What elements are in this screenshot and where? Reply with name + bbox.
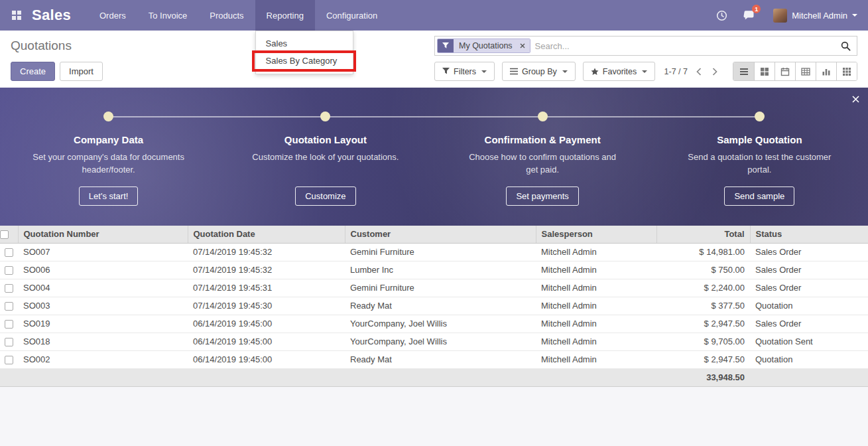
send-sample-button[interactable]: Send sample <box>724 186 794 206</box>
apps-menu-button[interactable] <box>5 0 28 31</box>
cell-total: $ 377.50 <box>656 297 750 315</box>
cell-quotation-number: SO003 <box>18 297 188 315</box>
filters-dropdown-button[interactable]: Filters <box>434 62 495 81</box>
kanban-icon <box>760 67 769 76</box>
facet-remove-button[interactable] <box>518 39 530 52</box>
row-checkbox[interactable] <box>5 266 13 275</box>
column-header-customer[interactable]: Customer <box>345 226 536 243</box>
search-facet: My Quotations <box>437 38 530 53</box>
create-button[interactable]: Create <box>11 62 55 81</box>
step-description: Set your company's data for documents he… <box>31 151 186 177</box>
table-row[interactable]: SO019 06/14/2019 19:45:00 YourCompany, J… <box>0 315 868 333</box>
user-menu-button[interactable]: Mitchell Admin <box>773 9 857 23</box>
activities-button[interactable] <box>716 10 727 21</box>
cell-quotation-date: 07/14/2019 19:45:32 <box>188 261 345 279</box>
lets-start-button[interactable]: Let's start! <box>79 186 139 206</box>
menu-products[interactable]: Products <box>198 0 255 31</box>
list-view-button[interactable] <box>733 62 754 80</box>
banner-close-button[interactable] <box>852 94 859 106</box>
cell-status: Quotation <box>750 297 868 315</box>
import-button[interactable]: Import <box>60 62 103 81</box>
kanban-view-button[interactable] <box>754 62 775 80</box>
onboarding-step-confirmation-payment: Confirmation & Payment Choose how to con… <box>434 112 651 206</box>
cell-customer: Ready Mat <box>345 297 536 315</box>
cell-customer: Gemini Furniture <box>345 243 536 261</box>
step-description: Customize the look of your quotations. <box>252 151 399 177</box>
close-icon <box>520 43 525 48</box>
cell-status: Quotation <box>750 350 868 368</box>
grid-icon <box>842 67 851 76</box>
table-row[interactable]: SO002 06/14/2019 19:45:00 Ready Mat Mitc… <box>0 350 868 368</box>
row-checkbox[interactable] <box>5 356 13 364</box>
cell-total: $ 9,705.00 <box>656 333 750 350</box>
cell-customer: YourCompany, Joel Willis <box>345 315 536 333</box>
row-checkbox[interactable] <box>5 248 13 257</box>
clock-icon <box>716 10 727 21</box>
select-all-checkbox[interactable] <box>0 230 9 239</box>
table-row[interactable]: SO018 06/14/2019 19:45:00 YourCompany, J… <box>0 333 868 350</box>
cell-total: $ 2,947.50 <box>656 315 750 333</box>
user-name: Mitchell Admin <box>792 11 847 21</box>
customize-button[interactable]: Customize <box>295 186 355 206</box>
menu-orders[interactable]: Orders <box>88 0 137 31</box>
cell-status: Sales Order <box>750 261 868 279</box>
pivot-view-button[interactable] <box>795 62 816 80</box>
funnel-icon <box>442 68 450 75</box>
table-row[interactable]: SO003 07/14/2019 19:45:30 Ready Mat Mitc… <box>0 297 868 315</box>
table-row[interactable]: SO007 07/14/2019 19:45:32 Gemini Furnitu… <box>0 243 868 261</box>
row-checkbox[interactable] <box>5 338 13 346</box>
menu-reporting[interactable]: Reporting Sales Sales By Category <box>255 0 315 31</box>
onboarding-step-company-data: Company Data Set your company's data for… <box>0 112 217 206</box>
step-dot <box>320 112 330 121</box>
pager-previous-button[interactable] <box>694 66 704 78</box>
set-payments-button[interactable]: Set payments <box>506 186 579 206</box>
chevron-left-icon <box>696 67 702 76</box>
table-row[interactable]: SO006 07/14/2019 19:45:32 Lumber Inc Mit… <box>0 261 868 279</box>
step-title: Quotation Layout <box>284 134 367 145</box>
cell-status: Sales Order <box>750 243 868 261</box>
row-checkbox[interactable] <box>5 302 13 311</box>
row-checkbox[interactable] <box>5 284 13 293</box>
systray: 1 Mitchell Admin <box>716 0 868 31</box>
dropdown-item-sales[interactable]: Sales <box>256 35 353 52</box>
column-header-quotation-date[interactable]: Quotation Date <box>188 226 345 243</box>
cell-salesperson: Mitchell Admin <box>536 315 656 333</box>
pager-next-button[interactable] <box>710 66 719 78</box>
row-checkbox[interactable] <box>5 320 13 329</box>
column-header-status[interactable]: Status <box>750 226 868 243</box>
pager-range: 1-7 / 7 <box>664 67 688 76</box>
grid-view-button[interactable] <box>836 62 857 80</box>
chevron-down-icon <box>562 70 568 73</box>
list-icon <box>739 67 749 76</box>
onboarding-step-quotation-layout: Quotation Layout Customize the look of y… <box>217 112 434 206</box>
top-navbar: Sales Orders To Invoice Products Reporti… <box>0 0 868 31</box>
cell-salesperson: Mitchell Admin <box>536 350 656 368</box>
cell-quotation-date: 07/14/2019 19:45:31 <box>188 279 345 297</box>
select-all-cell <box>0 226 18 243</box>
column-header-quotation-number[interactable]: Quotation Number <box>18 226 188 243</box>
step-dot <box>103 112 113 121</box>
calendar-view-button[interactable] <box>775 62 795 80</box>
search-input[interactable] <box>535 41 836 51</box>
menu-configuration[interactable]: Configuration <box>315 0 389 31</box>
menu-to-invoice[interactable]: To Invoice <box>137 0 199 31</box>
magnifier-icon <box>841 41 851 51</box>
graph-view-button[interactable] <box>816 62 836 80</box>
group-by-dropdown-button[interactable]: Group By <box>502 62 576 81</box>
favorites-dropdown-button[interactable]: Favorites <box>583 62 655 81</box>
search-button[interactable] <box>836 41 855 51</box>
column-header-total[interactable]: Total <box>656 226 750 243</box>
search-toolbar: Filters Group By Favorites 1-7 / 7 <box>434 62 857 81</box>
column-header-salesperson[interactable]: Salesperson <box>536 226 656 243</box>
table-header-row: Quotation Number Quotation Date Customer… <box>0 226 868 243</box>
search-bar[interactable]: My Quotations <box>434 36 857 56</box>
cell-salesperson: Mitchell Admin <box>536 297 656 315</box>
table-row[interactable]: SO004 07/14/2019 19:45:31 Gemini Furnitu… <box>0 279 868 297</box>
close-icon <box>852 96 859 103</box>
cell-customer: YourCompany, Joel Willis <box>345 333 536 350</box>
cell-total: $ 750.00 <box>656 261 750 279</box>
messages-button[interactable]: 1 <box>743 10 755 21</box>
cell-quotation-number: SO007 <box>18 243 188 261</box>
dropdown-item-sales-by-category[interactable]: Sales By Category <box>256 52 353 70</box>
cell-quotation-number: SO004 <box>18 279 188 297</box>
